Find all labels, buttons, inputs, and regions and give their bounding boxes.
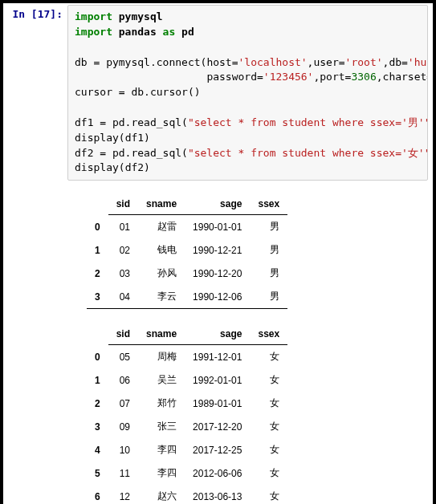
kw-charset: charset (383, 71, 427, 83)
input-prompt: In [17]: (8, 5, 63, 20)
cell-sname: 赵雷 (138, 215, 185, 239)
cell-sage: 1991-12-01 (185, 345, 250, 369)
cell-ssex: 女 (250, 461, 287, 485)
dataframe-1: sid sname sage ssex 001赵雷1990-01-01男102钱… (87, 193, 287, 309)
cell-ssex: 女 (250, 485, 287, 504)
fn-readsql-1: pd.read_sql (112, 116, 181, 128)
cell-ssex: 男 (250, 262, 287, 285)
arg-df2: df2 (125, 161, 144, 173)
table-row: 106吴兰1992-01-01女 (87, 368, 287, 392)
cell-sage: 1992-01-01 (185, 368, 250, 392)
table-body-2: 005周梅1991-12-01女106吴兰1992-01-01女207郑竹198… (87, 345, 287, 504)
cell-sid: 03 (108, 262, 138, 285)
fn-connect: pymysql.connect (106, 56, 200, 68)
val-host: 'localhost' (238, 56, 308, 68)
code-cell: In [17]: import pymysql import pandas as… (8, 5, 428, 181)
cell-sid: 07 (108, 392, 138, 415)
var-db: db (75, 56, 88, 68)
table-row: 203孙风1990-12-20男 (87, 262, 287, 285)
val-user: 'root' (345, 56, 383, 68)
sql1: "select * from student where ssex='男'" (188, 116, 428, 128)
sql2: "select * from student where ssex='女'" (188, 147, 428, 159)
cell-sage: 2012-06-06 (185, 461, 250, 485)
eq-2: = (119, 86, 125, 98)
kw-db: db (389, 56, 401, 68)
row-index: 6 (87, 485, 108, 504)
col-sage: sage (185, 193, 250, 215)
kw-as: as (163, 26, 176, 38)
cell-sid: 01 (108, 215, 138, 239)
cell-sname: 周梅 (138, 345, 185, 369)
code-input[interactable]: import pymysql import pandas as pd db = … (67, 5, 428, 181)
cell-ssex: 男 (250, 238, 287, 262)
cell-sage: 1990-01-01 (185, 215, 250, 239)
cell-sid: 05 (108, 345, 138, 369)
var-df1: df1 (75, 116, 93, 128)
kw-import-2: import (75, 26, 112, 38)
row-index: 3 (87, 285, 108, 309)
row-index: 1 (87, 238, 108, 262)
col-sage: sage (185, 323, 250, 345)
index-col-blank (87, 193, 108, 215)
row-index: 0 (87, 215, 108, 239)
table-row: 309张三2017-12-20女 (87, 415, 287, 438)
row-index: 2 (87, 392, 108, 415)
mod-pandas: pandas (119, 26, 157, 38)
row-index: 3 (87, 415, 108, 438)
val-password: '123456' (263, 71, 314, 83)
cell-sname: 李四 (138, 438, 185, 461)
arg-df1: df1 (125, 132, 144, 144)
fn-cursor: db.cursor() (131, 86, 200, 98)
cell-sname: 郑竹 (138, 392, 185, 415)
var-df2: df2 (75, 147, 93, 159)
var-cursor: cursor (75, 86, 112, 98)
col-sname: sname (138, 323, 185, 345)
cell-sid: 02 (108, 238, 138, 262)
kw-host: host (206, 56, 231, 68)
cell-ssex: 女 (250, 345, 287, 369)
fn-display-2: display (75, 161, 119, 173)
table-header-row: sid sname sage ssex (87, 323, 287, 345)
cell-sid: 06 (108, 368, 138, 392)
cell-sname: 孙风 (138, 262, 185, 285)
table-body-1: 001赵雷1990-01-01男102钱电1990-12-21男203孙风199… (87, 215, 287, 309)
row-index: 0 (87, 345, 108, 369)
cell-sage: 1990-12-06 (185, 285, 250, 309)
cell-ssex: 男 (250, 215, 287, 239)
kw-import: import (75, 10, 112, 22)
table-row: 005周梅1991-12-01女 (87, 345, 287, 369)
cell-sage: 1990-12-20 (185, 262, 250, 285)
cell-sage: 1989-01-01 (185, 392, 250, 415)
cell-sid: 10 (108, 438, 138, 461)
notebook-page: In [17]: import pymysql import pandas as… (3, 3, 433, 504)
val-port: 3306 (351, 71, 376, 83)
cell-sname: 吴兰 (138, 368, 185, 392)
cell-sage: 2013-06-13 (185, 485, 250, 504)
kw-password: password (206, 71, 257, 83)
cell-sid: 09 (108, 415, 138, 438)
cell-ssex: 女 (250, 438, 287, 461)
col-sid: sid (108, 323, 138, 345)
eq-3: = (100, 116, 106, 128)
alias-pd: pd (181, 26, 194, 38)
val-db: 'huangwei' (408, 56, 428, 68)
row-index: 2 (87, 262, 108, 285)
table-row: 612赵六2013-06-13女 (87, 485, 287, 504)
cell-ssex: 男 (250, 285, 287, 309)
cell-sname: 张三 (138, 415, 185, 438)
output-area: sid sname sage ssex 001赵雷1990-01-01男102钱… (87, 193, 428, 504)
cell-sname: 李云 (138, 285, 185, 309)
cell-sname: 李四 (138, 461, 185, 485)
cell-sid: 12 (108, 485, 138, 504)
table-row: 207郑竹1989-01-01女 (87, 392, 287, 415)
col-sid: sid (108, 193, 138, 215)
dataframe-2: sid sname sage ssex 005周梅1991-12-01女106吴… (87, 323, 287, 504)
index-col-blank (87, 323, 108, 345)
eq-1: = (93, 56, 100, 68)
table-row: 410李四2017-12-25女 (87, 438, 287, 461)
cell-sid: 11 (108, 461, 138, 485)
fn-display-1: display (75, 132, 119, 144)
col-ssex: ssex (250, 193, 287, 215)
eq-4: = (100, 147, 106, 159)
table-row: 304李云1990-12-06男 (87, 285, 287, 309)
